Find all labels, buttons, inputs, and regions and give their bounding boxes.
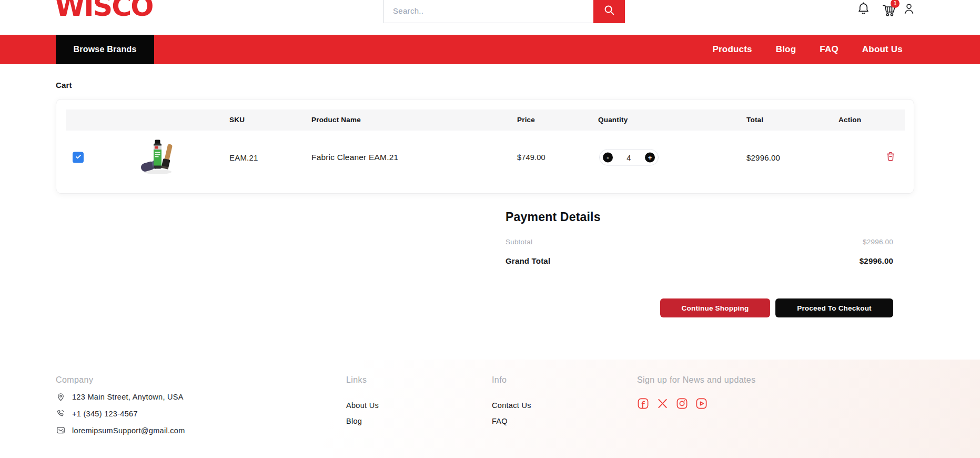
- nav-link-about-us[interactable]: About Us: [862, 44, 903, 55]
- cart-section-title: Cart: [56, 81, 72, 89]
- search-input[interactable]: [383, 0, 593, 23]
- footer-address-text: 123 Main Street, Anytown, USA: [72, 393, 184, 401]
- search-button[interactable]: [593, 0, 625, 23]
- footer-phone-row[interactable]: +1 (345) 123-4567: [56, 409, 185, 419]
- envelope-icon: [56, 425, 66, 435]
- quantity-value: 4: [627, 153, 631, 162]
- footer-newsletter-column: Sign up for News and updates: [637, 375, 756, 411]
- quantity-stepper: - 4 +: [599, 150, 659, 166]
- footer-address-row: 123 Main Street, Anytown, USA: [56, 392, 185, 402]
- quantity-increase-button[interactable]: +: [645, 153, 655, 163]
- nav-links: Products Blog FAQ About Us: [712, 35, 903, 64]
- page-footer: Company 123 Main Street, Anytown, USA +1…: [0, 360, 980, 458]
- footer-links-column: Links About Us Blog: [346, 375, 379, 425]
- column-header-action: Action: [838, 109, 861, 131]
- youtube-icon[interactable]: [695, 397, 708, 411]
- brush: [161, 144, 174, 170]
- cart-count-badge: 1: [891, 0, 900, 8]
- search-icon: [603, 4, 615, 18]
- main-navbar: Browse Brands Products Blog FAQ About Us: [0, 35, 980, 64]
- browse-brands-button[interactable]: Browse Brands: [56, 35, 154, 64]
- column-header-sku: SKU: [229, 109, 245, 131]
- newsletter-heading: Sign up for News and updates: [637, 375, 756, 385]
- product-image[interactable]: [140, 138, 175, 177]
- footer-company-column: Company 123 Main Street, Anytown, USA +1…: [56, 375, 185, 435]
- checkmark-icon: [75, 153, 82, 162]
- cart-table-header: SKU Product Name Price Quantity Total Ac…: [66, 109, 905, 131]
- footer-link-about-us[interactable]: About Us: [346, 401, 379, 410]
- top-header: WISCO 1: [0, 0, 980, 35]
- payment-details-title: Payment Details: [506, 210, 601, 224]
- brand-logo[interactable]: WISCO: [55, 0, 153, 20]
- footer-info-heading: Info: [492, 375, 531, 385]
- trash-icon: [885, 156, 896, 164]
- cart-page: WISCO 1: [0, 0, 980, 458]
- column-header-total: Total: [746, 109, 763, 131]
- column-header-product-name: Product Name: [311, 109, 361, 131]
- item-sku: EAM.21: [229, 153, 258, 162]
- footer-company-heading: Company: [56, 375, 185, 385]
- payment-details-section: Payment Details Subtotal $2996.00 Grand …: [506, 210, 893, 326]
- item-total: $2996.00: [746, 153, 780, 162]
- column-header-price: Price: [517, 109, 535, 131]
- proceed-to-checkout-button[interactable]: Proceed To Checkout: [775, 298, 893, 317]
- footer-links-heading: Links: [346, 375, 379, 385]
- search-bar: [383, 0, 625, 23]
- footer-email-row[interactable]: loremipsumSupport@gmail.com: [56, 425, 185, 435]
- quantity-decrease-button[interactable]: -: [603, 153, 613, 163]
- item-checkbox[interactable]: [73, 152, 84, 163]
- footer-link-faq[interactable]: FAQ: [492, 417, 531, 425]
- grand-total-value: $2996.00: [860, 256, 893, 265]
- cart-table-card: SKU Product Name Price Quantity Total Ac…: [56, 99, 914, 194]
- map-pin-icon: [56, 392, 66, 402]
- spray-can: [154, 140, 161, 169]
- nav-link-blog[interactable]: Blog: [776, 44, 796, 55]
- instagram-icon[interactable]: [676, 397, 688, 411]
- delete-item-button[interactable]: [885, 151, 896, 164]
- footer-phone-text: +1 (345) 123-4567: [72, 410, 138, 418]
- column-header-quantity: Quantity: [598, 109, 628, 131]
- continue-shopping-button[interactable]: Continue Shopping: [660, 298, 770, 317]
- facebook-icon[interactable]: [637, 397, 649, 411]
- nav-link-faq[interactable]: FAQ: [820, 44, 838, 55]
- x-icon[interactable]: [656, 397, 669, 411]
- subtotal-label: Subtotal: [506, 238, 532, 246]
- item-price: $749.00: [517, 153, 545, 162]
- footer-info-column: Info Contact Us FAQ: [492, 375, 531, 425]
- user-account-icon[interactable]: [902, 2, 916, 18]
- footer-email-text: loremipsumSupport@gmail.com: [72, 426, 185, 435]
- social-icons: [637, 397, 756, 411]
- notifications-bell-icon[interactable]: [856, 2, 871, 18]
- item-product-name: Fabric Cleaner EAM.21: [311, 153, 398, 162]
- cart-item-row: EAM.21 Fabric Cleaner EAM.21 $749.00 - 4…: [66, 131, 905, 184]
- subtotal-value: $2996.00: [863, 238, 893, 246]
- phone-icon: [56, 409, 66, 419]
- nav-link-products[interactable]: Products: [712, 44, 752, 55]
- footer-link-blog[interactable]: Blog: [346, 417, 379, 425]
- footer-link-contact-us[interactable]: Contact Us: [492, 401, 531, 410]
- grand-total-label: Grand Total: [506, 256, 550, 265]
